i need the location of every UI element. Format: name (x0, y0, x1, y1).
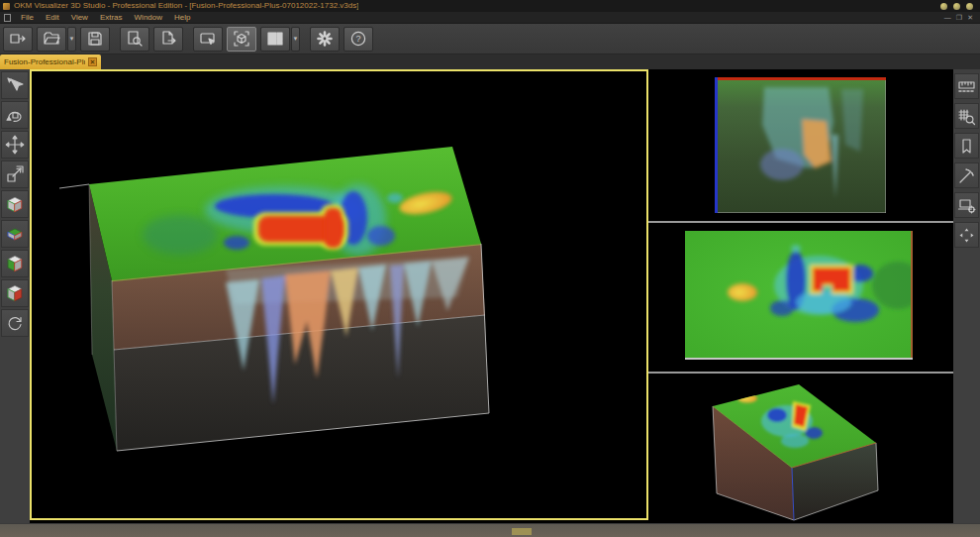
cube-front-view-button[interactable] (1, 279, 29, 307)
left-toolbar (0, 69, 30, 523)
grid-magnifier-icon (957, 107, 976, 126)
menu-extras[interactable]: Extras (94, 12, 129, 24)
pan-tool-button[interactable] (1, 131, 29, 159)
settings-button[interactable] (310, 27, 340, 52)
tab-bar: Fusion-Professional-Plus-07... ✕ (0, 54, 980, 69)
pickaxe-tool-icon (957, 166, 976, 185)
minimize-button[interactable] (940, 3, 947, 10)
open-file-dropdown[interactable]: ▼ (67, 27, 76, 52)
grid-search-button[interactable] (954, 103, 979, 129)
help-button[interactable]: ? (343, 27, 373, 52)
perspective-3d-view[interactable] (30, 69, 648, 520)
device-settings-button[interactable] (954, 192, 979, 218)
cube-3d-icon (233, 30, 250, 48)
mdi-restore-button[interactable]: ❐ (956, 13, 962, 23)
navigation-pad-icon (957, 226, 976, 245)
layout-panels-dropdown[interactable]: ▼ (291, 27, 300, 52)
orbit-tool-button[interactable] (1, 101, 29, 129)
ground-scan-3d-scene (32, 71, 646, 518)
layout-panels-button[interactable] (260, 27, 290, 52)
save-file-button[interactable] (80, 27, 110, 52)
right-toolbar (953, 69, 980, 523)
top-down-scene (685, 231, 913, 360)
menu-window[interactable]: Window (129, 12, 168, 24)
pan-move-icon (5, 135, 25, 155)
view-3d-button[interactable] (227, 27, 256, 52)
signal-analysis-button[interactable] (954, 162, 979, 188)
print-preview-button[interactable] (120, 27, 149, 52)
menu-help[interactable]: Help (168, 12, 196, 24)
cube-top-view-icon (4, 223, 26, 245)
cube-side-view-icon (4, 253, 26, 274)
help-icon: ? (349, 30, 367, 48)
import-data-icon (9, 30, 27, 48)
svg-text:?: ? (355, 34, 360, 44)
cube-front-view-icon (4, 282, 26, 304)
bookmark-button[interactable] (954, 133, 979, 159)
preview-magnifier-icon (126, 30, 144, 48)
open-folder-icon (43, 30, 60, 48)
open-file-button[interactable] (37, 27, 66, 52)
save-disk-icon (86, 30, 104, 48)
import-data-button[interactable] (3, 27, 33, 52)
mdi-minimize-button[interactable]: — (944, 13, 951, 23)
window-title: OKM Visualizer 3D Studio - Professional … (14, 0, 358, 12)
status-chip (512, 528, 532, 535)
workspace (0, 69, 980, 523)
reset-rotation-button[interactable] (1, 309, 29, 337)
ruler-measure-button[interactable] (954, 73, 979, 99)
top-down-view[interactable] (648, 223, 953, 372)
cube-side-view-button[interactable] (1, 250, 29, 277)
close-button[interactable] (966, 3, 973, 10)
document-icon (4, 14, 11, 22)
isometric-scene (648, 374, 953, 523)
remote-screen-button[interactable] (193, 27, 223, 52)
orbit-rotate-icon (5, 105, 25, 125)
tab-label: Fusion-Professional-Plus-07... (4, 57, 85, 66)
maximize-button[interactable] (953, 3, 960, 10)
layout-panels-icon (266, 30, 284, 48)
title-bar: OKM Visualizer 3D Studio - Professional … (0, 0, 980, 12)
laptop-gear-icon (957, 196, 976, 215)
cube-top-view-button[interactable] (1, 220, 29, 248)
isometric-view[interactable] (648, 374, 953, 523)
app-window: OKM Visualizer 3D Studio - Professional … (0, 0, 980, 537)
export-pdf-icon (159, 30, 177, 48)
main-view-area (30, 69, 648, 523)
menu-edit[interactable]: Edit (40, 12, 65, 24)
reset-rotation-icon (5, 313, 25, 333)
menu-bar: File Edit View Extras Window Help — ❐ ✕ (0, 12, 980, 24)
ruler-icon (957, 77, 976, 96)
main-toolbar: ▼ (0, 24, 980, 54)
gear-icon (316, 30, 334, 48)
navigation-pad-button[interactable] (954, 222, 979, 248)
cube-3d-colored-icon (4, 193, 26, 215)
right-view-panel (648, 69, 953, 523)
cross-section-view[interactable] (648, 69, 953, 221)
tab-close-icon[interactable]: ✕ (88, 57, 97, 66)
screen-pointer-icon (199, 30, 217, 48)
tab-fusion-professional-plus[interactable]: Fusion-Professional-Plus-07... ✕ (0, 54, 101, 69)
mdi-close-button[interactable]: ✕ (967, 13, 973, 23)
select-cursor-icon (5, 75, 25, 95)
bookmark-icon (957, 137, 976, 156)
status-bar (0, 523, 980, 537)
menu-file[interactable]: File (15, 12, 40, 24)
cross-section-scene (715, 77, 886, 213)
cube-3d-view-button[interactable] (1, 190, 29, 218)
menu-view[interactable]: View (65, 12, 94, 24)
zoom-window-icon (5, 164, 25, 184)
app-icon (3, 3, 10, 10)
export-pdf-button[interactable] (153, 27, 183, 52)
zoom-window-tool-button[interactable] (1, 161, 29, 188)
select-tool-button[interactable] (1, 71, 29, 99)
